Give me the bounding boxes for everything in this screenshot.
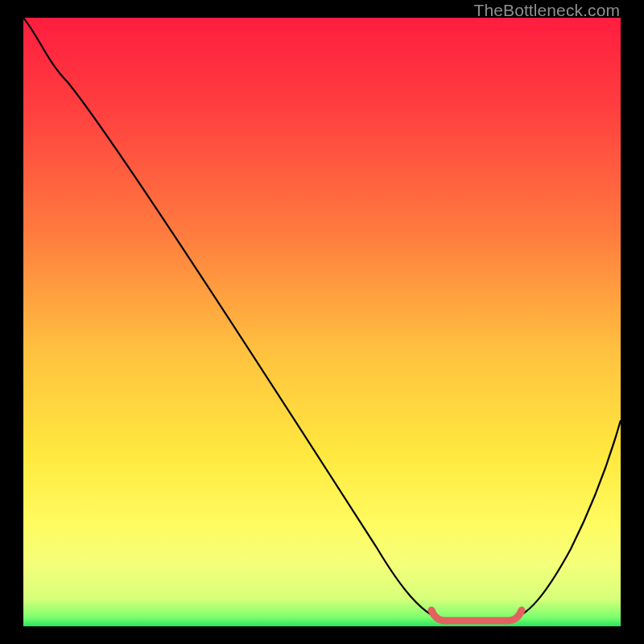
- plot-area: [23, 18, 621, 626]
- flat-trough-marker: [431, 610, 522, 621]
- curve-path: [23, 18, 621, 620]
- watermark-text: TheBottleneck.com: [474, 1, 620, 20]
- bottleneck-curve: [23, 18, 621, 626]
